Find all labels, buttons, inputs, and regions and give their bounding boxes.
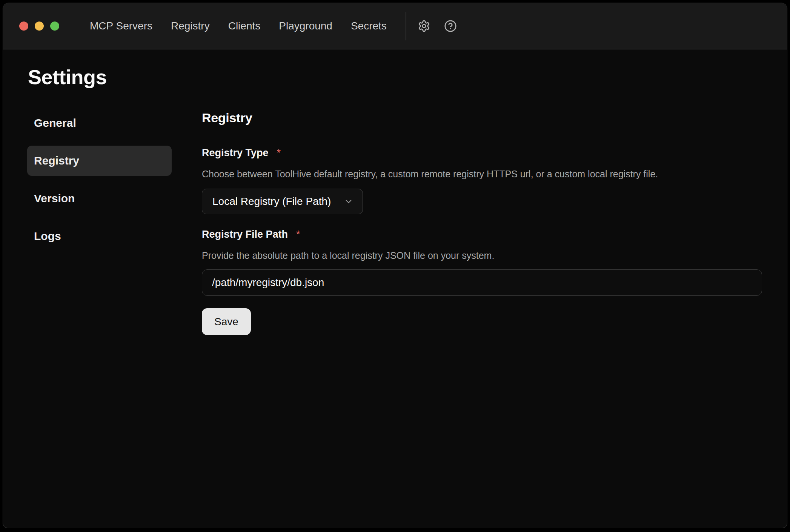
main-nav: MCP Servers Registry Clients Playground … [90,20,387,32]
nav-item-mcp-servers[interactable]: MCP Servers [90,20,152,32]
sidebar-item-registry[interactable]: Registry [27,146,172,176]
zoom-button[interactable] [50,22,59,31]
page-title: Settings [28,65,787,89]
section-heading: Registry [202,110,787,126]
sidebar-item-version[interactable]: Version [27,183,172,214]
registry-file-path-label-row: Registry File Path * [202,228,787,241]
sidebar-item-general[interactable]: General [27,108,172,138]
registry-type-label-row: Registry Type * [202,147,787,159]
title-bar: MCP Servers Registry Clients Playground … [3,3,787,49]
registry-type-selected-value: Local Registry (File Path) [212,195,331,208]
traffic-lights [19,22,59,31]
registry-file-path-label: Registry File Path [202,228,288,241]
app-window: MCP Servers Registry Clients Playground … [3,3,787,528]
nav-item-playground[interactable]: Playground [279,20,332,32]
required-asterisk: * [277,147,281,159]
settings-layout: General Registry Version Logs Registry R… [3,108,787,335]
settings-sidebar: General Registry Version Logs [27,108,172,251]
minimize-button[interactable] [35,22,44,31]
gear-icon [418,20,430,32]
sidebar-item-logs[interactable]: Logs [27,221,172,251]
help-circle-icon [444,20,457,32]
registry-type-label: Registry Type [202,147,269,159]
save-button[interactable]: Save [202,308,251,335]
nav-item-clients[interactable]: Clients [228,20,261,32]
nav-item-registry[interactable]: Registry [171,20,210,32]
registry-file-path-description: Provide the absolute path to a local reg… [202,250,787,261]
help-button[interactable] [444,20,457,32]
chevron-down-icon [344,197,354,206]
nav-item-secrets[interactable]: Secrets [351,20,387,32]
topbar-divider [406,12,406,40]
registry-settings-panel: Registry Registry Type * Choose between … [202,108,787,335]
settings-button[interactable] [418,20,430,32]
close-button[interactable] [19,22,28,31]
registry-file-path-input[interactable] [202,269,762,296]
registry-type-select[interactable]: Local Registry (File Path) [202,189,363,214]
required-asterisk: * [296,228,300,241]
registry-type-description: Choose between ToolHive default registry… [202,168,787,180]
